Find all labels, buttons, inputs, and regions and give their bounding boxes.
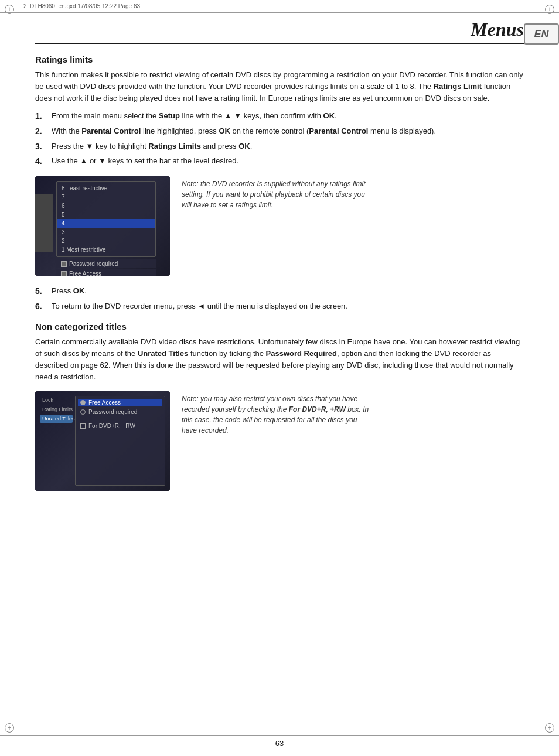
dvd-menu-2: Lock Rating Limits Unrated Titles Free A…: [35, 391, 170, 491]
menu-item-6: 6: [57, 201, 155, 210]
checkbox-dvd-plus: [80, 423, 86, 429]
step-1: 1. From the main menu select the Setup l…: [35, 110, 524, 123]
dvd-divider: [78, 419, 162, 419]
note-1: Note: the DVD recorder is supplied witho…: [182, 176, 369, 210]
step-3: 3. Press the ▼ key to highlight Ratings …: [35, 141, 524, 153]
menu-item-4: 4: [57, 219, 155, 228]
dvd-menu-bottom: Password required Free Access: [56, 259, 165, 276]
note-2: Note: you may also restrict your own dis…: [182, 391, 369, 436]
menu-item-1: 1 Most restrictive: [57, 245, 155, 254]
radio-free-access: [80, 400, 86, 405]
dvd-main-panel: Free Access Password required For DVD+R,…: [75, 396, 165, 486]
menu-item-2: 2: [57, 237, 155, 245]
dvd-password-req: Password required: [78, 408, 162, 416]
steps-5-6: 5. Press OK. 6. To return to the DVD rec…: [35, 285, 524, 313]
dvd-menu-list: 8 Least restrictive 7 6 5 4 3 2 1 Most r…: [56, 181, 156, 257]
step-2: 2. With the Parental Control line highli…: [35, 125, 524, 138]
reg-mark-bl: [5, 723, 14, 733]
step-4: 4. Use the ▲ or ▼ keys to set the bar at…: [35, 155, 524, 168]
step-5: 5. Press OK.: [35, 285, 524, 298]
menu-item-8: 8 Least restrictive: [57, 184, 155, 193]
ratings-limits-intro: This function makes it possible to restr…: [35, 69, 524, 104]
radio-password-req: [80, 409, 86, 415]
sidebar-unrated: Unrated Titles: [40, 415, 73, 423]
dvd-dvd-plus: For DVD+R, +RW: [78, 422, 162, 430]
header-text: 2_DTH8060_en.qxd 17/08/05 12:22 Page 63: [23, 3, 140, 9]
screenshot-row-1: 8 Least restrictive 7 6 5 4 3 2 1 Most r…: [35, 176, 524, 276]
screenshot-2: Lock Rating Limits Unrated Titles Free A…: [35, 391, 170, 491]
page-content: Menus Ratings limits This function makes…: [35, 13, 524, 727]
step-6: 6. To return to the DVD recorder menu, p…: [35, 300, 524, 313]
dvd-disc: [35, 194, 53, 252]
dvd-menu-1: 8 Least restrictive 7 6 5 4 3 2 1 Most r…: [35, 176, 170, 276]
title-underline: [35, 43, 524, 44]
header-bar: 2_DTH8060_en.qxd 17/08/05 12:22 Page 63: [0, 0, 559, 13]
steps-list: 1. From the main menu select the Setup l…: [35, 110, 524, 168]
reg-mark-br: [545, 723, 554, 733]
sidebar-rating: Rating Limits: [40, 405, 73, 413]
sidebar-lock: Lock: [40, 396, 73, 404]
free-access-option: Free Access: [56, 269, 156, 276]
dvd-sidebar: Lock Rating Limits Unrated Titles: [40, 396, 75, 486]
page-footer: 63: [0, 735, 559, 748]
page-title: Menus: [35, 19, 524, 40]
screenshot-1: 8 Least restrictive 7 6 5 4 3 2 1 Most r…: [35, 176, 170, 276]
ratings-limits-section: Ratings limits This function makes it po…: [35, 54, 524, 313]
screenshot-row-2: Lock Rating Limits Unrated Titles Free A…: [35, 391, 524, 491]
ratings-limits-heading: Ratings limits: [35, 54, 524, 64]
menu-item-5: 5: [57, 210, 155, 219]
non-categorized-heading: Non categorized titles: [35, 321, 524, 331]
password-checkbox: [61, 261, 67, 267]
non-categorized-section: Non categorized titles Certain commercia…: [35, 321, 524, 491]
non-categorized-body: Certain commercially available DVD video…: [35, 336, 524, 384]
en-badge: EN: [524, 23, 559, 45]
menu-item-7: 7: [57, 193, 155, 201]
password-required-option: Password required: [56, 259, 156, 268]
menu-item-3: 3: [57, 228, 155, 237]
page-number: 63: [275, 739, 284, 748]
dvd-free-access: Free Access: [78, 399, 162, 406]
free-access-checkbox: [61, 271, 67, 276]
